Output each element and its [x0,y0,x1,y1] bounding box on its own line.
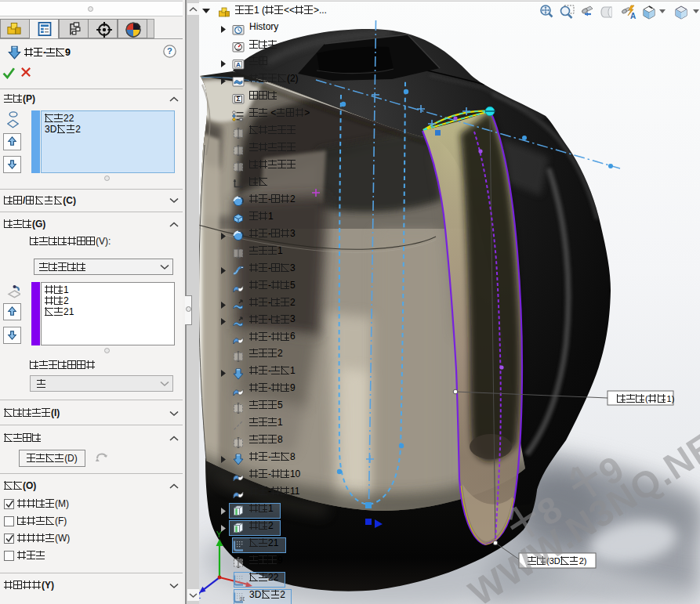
svg-text:?: ? [167,46,172,56]
svg-text:WWW.N3NQ.NET: WWW.N3NQ.NET [462,411,700,604]
